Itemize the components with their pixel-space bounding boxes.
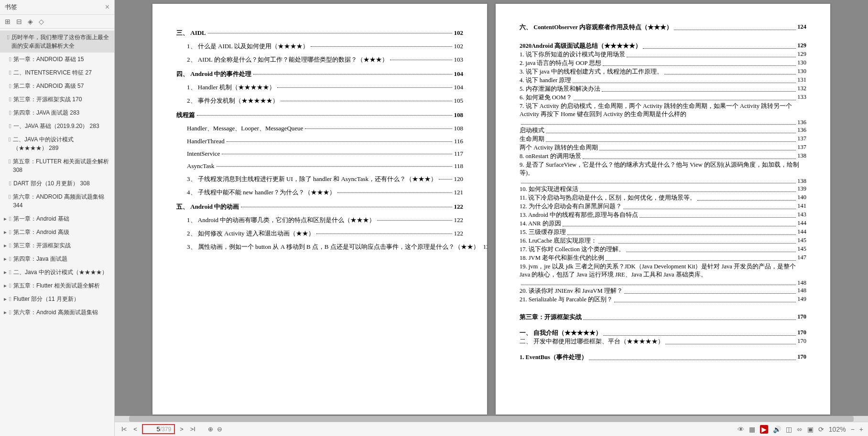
sidebar-title: 书签 [5, 3, 17, 11]
toc-entry: 二、 开发中都使用过哪些框架、平台（★★★★★）170 [520, 338, 806, 346]
bookmark-item[interactable]: ▯一、JAVA 基础（2019.9.20） 283 [0, 119, 114, 133]
bookmark-item[interactable]: ▸▯第五章：Flutter 相关面试题全解析 [0, 279, 114, 292]
next-page-button[interactable]: > [178, 425, 185, 434]
bookmark-item[interactable]: ▸▯第二章：Android 高级 [0, 225, 114, 239]
horizontal-scrollbar[interactable] [115, 416, 868, 422]
toc-entry: 19. jvm，jre 以及 jdk 三者之间的关系？JDK（Java Deve… [520, 263, 806, 279]
bookmark-item[interactable]: ▯第六章：ANDROID 高频面试题集锦 344 [0, 190, 114, 212]
prev-page-button[interactable]: < [131, 425, 139, 434]
toc-entry: 2、 事件分发机制（★★★★★）105 [187, 96, 463, 105]
page-layout-icon[interactable]: ◫ [786, 425, 792, 433]
toc-entry: HandlerThread116 [187, 138, 463, 145]
bookmark-item[interactable]: ▸▯第一章：Android 基础 [0, 212, 114, 225]
toc-entry: 1、 Android 中的动画有哪几类，它们的特点和区别是什么（★★★）122 [187, 216, 463, 224]
remove-page-button[interactable]: ⊖ [215, 425, 224, 434]
toc-entry: 第三章：开源框架实战170 [520, 313, 806, 321]
toc-entry: 2、 如何修改 Activity 进入和退出动画（★★）122 [187, 229, 463, 238]
bookmark-item[interactable]: ▯第一章：ANDROID 基础 15 [0, 53, 114, 66]
last-page-button[interactable]: >I [188, 425, 197, 434]
toc-entry: 4、 子线程中能不能 new handler？为什么？（★★★）121 [187, 188, 463, 197]
bookmark-item[interactable]: ▸▯二、Java 中的设计模式（★★★★） [0, 266, 114, 279]
close-icon[interactable]: × [105, 3, 109, 11]
rotate-icon[interactable]: ⟳ [818, 425, 824, 433]
toc-entry: 21. Serializable 与 Parcable 的区别？149 [520, 296, 806, 304]
sound-icon[interactable]: 🔊 [773, 425, 781, 433]
play-icon[interactable]: ▶ [760, 425, 768, 434]
page-number-input[interactable] [146, 425, 160, 433]
toc-entry: 1、 什么是 AIDL 以及如何使用（★★★★）102 [187, 42, 463, 51]
bookmark-item[interactable]: ▸▯第六章：Android 高频面试题集锦 [0, 306, 114, 319]
collapse-all-icon[interactable]: ⊟ [16, 18, 22, 25]
page-total: /379 [160, 426, 171, 433]
bookmark-item[interactable]: ▯第二章：ANDROID 高级 57 [0, 79, 114, 93]
toc-entry: 9. 是否了 SurfaceView，它是什么？他的继承方式是什么？他与 Vie… [520, 161, 806, 177]
toc-entry: 2、 AIDL 的全称是什么？如何工作？能处理哪些类型的数据？（★★★）103 [187, 55, 463, 64]
pdf-page-right: 六、 ContentObserver 内容观察者作用及特点（★★★）124202… [496, 4, 830, 415]
add-page-button[interactable]: ⊕ [206, 425, 215, 434]
zoom-in-icon[interactable]: + [859, 425, 863, 433]
toc-entry: 1、 Handler 机制（★★★★★）104 [187, 83, 463, 92]
toc-entry: 1. EventBus（事件处理）170 [520, 353, 806, 362]
bookmark-item[interactable]: ▸▯第四章：Java 面试题 [0, 252, 114, 266]
zoom-out-icon[interactable]: − [851, 425, 855, 433]
eye-icon[interactable]: 👁 [738, 425, 744, 433]
toc-entry: AsyncTask118 [187, 162, 463, 170]
bookmark-icon[interactable]: ◈ [28, 18, 33, 25]
toc-entry: 六、 ContentObserver 内容观察者作用及特点（★★★）124 [520, 23, 806, 32]
zoom-value[interactable]: 102% [829, 425, 846, 433]
bottom-toolbar: I< < /379 > >I ⊕ ⊖ 👁 ▦ ▶ 🔊 ◫ ⬄ ▣ ⟳ 10 [115, 422, 868, 436]
outline-icon[interactable]: ◇ [39, 18, 44, 25]
bookmark-item[interactable]: ▸▯第三章：开源框架实战 [0, 239, 114, 252]
bookmark-item[interactable]: ▯二、INTENTSERVICE 特征 27 [0, 66, 114, 79]
toc-entry: 3、 子线程发消息到主线程进行更新 UI，除了 handler 和 AsyncT… [187, 175, 463, 183]
bookmark-item[interactable]: ▯第四章：JAVA 面试题 283 [0, 106, 114, 119]
toc-section-head: 五、 Android 中的动画122 [176, 202, 463, 211]
bookmark-item[interactable]: ▯二、JAVA 中的设计模式 （★★★★） 289 [0, 133, 114, 155]
toc-section-head: 四、 Android 中的事件处理104 [176, 70, 463, 78]
bookmark-item[interactable]: ▯第五章：FLUTTER 相关面试题全解析 308 [0, 155, 114, 177]
toc-entry: Handler、Message、Looper、MessageQueue108 [187, 124, 463, 133]
expand-all-icon[interactable]: ⊞ [5, 18, 11, 25]
pdf-page-left: 三、 AIDL1021、 什么是 AIDL 以及如何使用（★★★★）1022、 … [152, 4, 487, 415]
page-number-box: /379 [142, 424, 175, 434]
bookmark-item[interactable]: ▯DART 部分（10 月更新） 308 [0, 177, 114, 190]
toc-entry: 3、 属性动画，例如一个 button 从 A 移动到 B 点，B 点还是可以响… [187, 243, 463, 251]
toc-section-head: 线程篇108 [176, 111, 463, 119]
fit-width-icon[interactable]: ⬄ [797, 425, 803, 433]
toc-entry: IntentService117 [187, 150, 463, 158]
bookmark-item[interactable]: ▸▯Flutter 部分（11 月更新） [0, 292, 114, 306]
bookmark-item[interactable]: ▯第三章：开源框架实战 170 [0, 93, 114, 106]
layout-icon[interactable]: ▦ [749, 425, 755, 433]
toc-entry: 7. 说下 Activity 的启动模式，生命周期，两个 Activity 跳转… [520, 102, 806, 118]
bookmark-list: ▯历时半年，我们整理了这份市面上最全面的安卓面试题解析大全▯第一章：ANDROI… [0, 29, 114, 436]
toc-entry: 8. onRestart 的调用场景138 [520, 152, 806, 160]
toc-section-head: 三、 AIDL102 [176, 29, 463, 37]
bookmarks-sidebar: 书签 × ⊞ ⊟ ◈ ◇ ▯历时半年，我们整理了这份市面上最全面的安卓面试题解析… [0, 0, 115, 436]
first-page-button[interactable]: I< [119, 425, 129, 434]
fit-page-icon[interactable]: ▣ [807, 425, 814, 433]
toc-entry: 6. 如何避免 OOM？133 [520, 94, 806, 102]
toc-entry: 18. JVM 老年代和新生代的比例147 [520, 254, 806, 262]
bookmark-item[interactable]: ▯历时半年，我们整理了这份市面上最全面的安卓面试题解析大全 [0, 31, 114, 53]
